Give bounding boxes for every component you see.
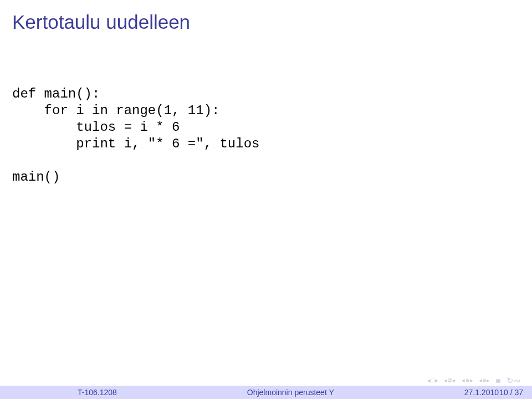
- code-block: def main(): for i in range(1, 11): tulos…: [12, 86, 259, 186]
- triangle-left-icon: ◂: [462, 377, 465, 383]
- loop-icon[interactable]: ↻∾: [507, 376, 521, 385]
- slide-title: Kertotaulu uudelleen: [12, 11, 190, 33]
- triangle-right-icon: ▸: [487, 377, 490, 383]
- footer-bar: T-106.1208 Ohjelmoinnin perusteet Y 27.1…: [0, 386, 532, 399]
- triangle-left-icon: ◂: [427, 377, 431, 383]
- nav-first-group[interactable]: ◂ □ ▸: [427, 377, 439, 383]
- footer-course-name: Ohjelmoinnin perusteet Y: [117, 388, 464, 397]
- bars-icon: ≡: [466, 377, 469, 383]
- bars-icon: ≡: [483, 377, 486, 383]
- bars-end-icon[interactable]: ≣: [495, 377, 501, 384]
- footer-course-code: T-106.1208: [0, 388, 117, 397]
- nav-icons: ◂ □ ▸ ◂ ⧉ ▸ ◂ ≡ ▸ ◂ ≡ ▸ ≣ ↻∾: [427, 376, 521, 385]
- triangle-left-icon: ◂: [479, 377, 482, 383]
- triangle-left-icon: ◂: [444, 377, 447, 383]
- slide: Kertotaulu uudelleen def main(): for i i…: [0, 0, 532, 399]
- footer-page-number: 10 / 37: [499, 388, 523, 397]
- triangle-right-icon: ▸: [453, 377, 456, 383]
- nav-forward-group[interactable]: ◂ ≡ ▸: [479, 377, 490, 383]
- nav-prev-group[interactable]: ◂ ⧉ ▸: [444, 377, 456, 383]
- double-page-icon: ⧉: [448, 377, 452, 383]
- nav-back-group[interactable]: ◂ ≡ ▸: [462, 377, 473, 383]
- square-icon: □: [431, 377, 435, 383]
- triangle-right-icon: ▸: [435, 377, 438, 383]
- triangle-right-icon: ▸: [470, 377, 473, 383]
